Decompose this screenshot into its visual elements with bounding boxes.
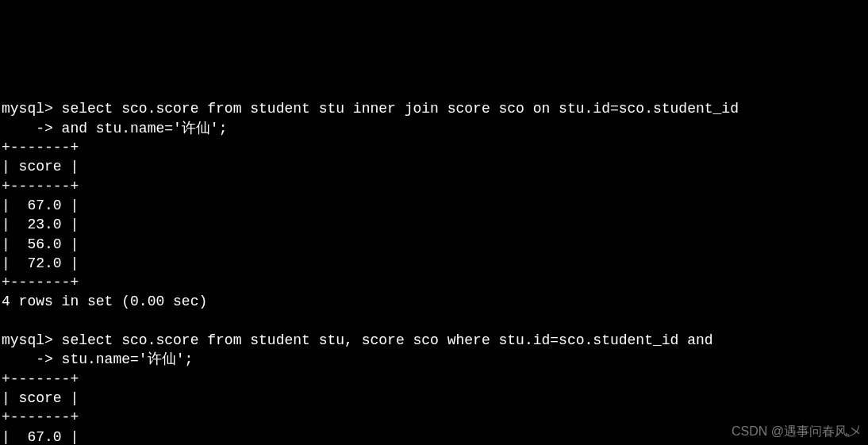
table-header: | score | — [2, 390, 79, 406]
table-row: | 56.0 | — [2, 236, 79, 252]
query1-line1: mysql> select sco.score from student stu… — [2, 101, 739, 117]
query2-line2: -> stu.name='许仙'; — [2, 351, 193, 367]
table-row: | 67.0 | — [2, 198, 79, 213]
query2-text1: select sco.score from student stu, score… — [53, 332, 713, 348]
table-header: | score | — [2, 159, 79, 175]
table-border-bottom: +-------+ — [2, 274, 79, 290]
query1-text2: and stu.name='许仙'; — [53, 121, 228, 136]
query2-text2: stu.name='许仙'; — [53, 351, 193, 367]
terminal-output: mysql> select sco.score from student stu… — [2, 80, 866, 445]
mysql-prompt: mysql> — [2, 332, 53, 348]
table-border-mid: +-------+ — [2, 178, 79, 194]
mysql-prompt: mysql> — [2, 101, 53, 117]
table-row: | 67.0 | — [2, 429, 79, 445]
table-border-mid: +-------+ — [2, 409, 79, 425]
query1-line2: -> and stu.name='许仙'; — [2, 121, 227, 136]
query2-line1: mysql> select sco.score from student stu… — [2, 332, 713, 348]
table-border-top: +-------+ — [2, 371, 79, 387]
table-row: | 72.0 | — [2, 255, 79, 271]
table-row: | 23.0 | — [2, 217, 79, 232]
table-border-top: +-------+ — [2, 140, 79, 155]
query1-text1: select sco.score from student stu inner … — [53, 101, 739, 117]
continuation-prompt: -> — [2, 351, 53, 367]
result-status: 4 rows in set (0.00 sec) — [2, 293, 207, 309]
watermark-text: CSDN @遇事问春风乄 — [732, 423, 860, 440]
continuation-prompt: -> — [2, 121, 53, 136]
